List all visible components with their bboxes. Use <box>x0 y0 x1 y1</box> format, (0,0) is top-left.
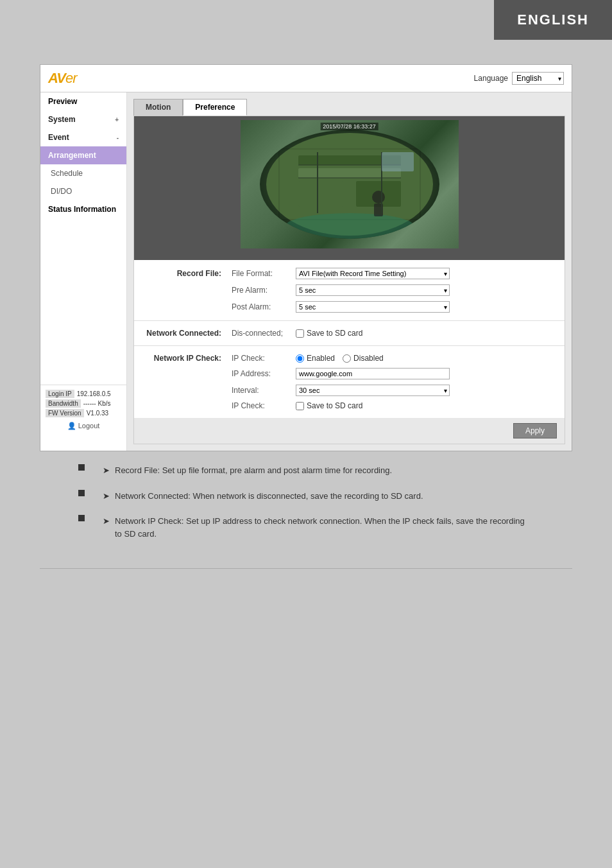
tab-motion[interactable]: Motion <box>133 99 183 116</box>
fisheye-overlay <box>260 130 439 239</box>
logo-text: AV <box>48 70 65 86</box>
sidebar-preview-label: Preview <box>48 97 77 106</box>
logout-button[interactable]: 👤 Logout <box>43 418 124 434</box>
file-format-row: Record File: File Format: AVI File(with … <box>142 265 557 282</box>
camera-image <box>241 120 459 248</box>
ip-check-row: Network IP Check: IP Check: Enabled <box>142 351 557 365</box>
tab-preference[interactable]: Preference <box>183 99 247 116</box>
file-format-value: AVI File(with Record Time Setting) AVI F… <box>296 268 557 279</box>
network-connected-section: Network Connected: Dis-connected; Save t… <box>134 321 565 346</box>
sidebar-event-arrow: - <box>117 134 119 141</box>
settings-panel: 2015/07/28 16:33:27 Record File: File Fo… <box>133 116 565 444</box>
save-to-sd-label: Save to SD card <box>307 329 362 338</box>
page-footer <box>40 568 572 579</box>
sidebar: Preview System + Event - Arrangement Sch… <box>40 92 127 451</box>
svg-rect-13 <box>382 152 414 171</box>
arrow-icon-1: ➤ <box>103 464 110 477</box>
interval-select[interactable]: 30 sec 1 min 5 min 10 min <box>296 385 450 396</box>
apply-row: Apply <box>134 418 565 444</box>
sidebar-arrangement-label: Arrangement <box>48 151 96 160</box>
apply-button[interactable]: Apply <box>513 423 557 438</box>
english-banner: ENGLISH <box>494 0 612 40</box>
fw-version-row: FW Version V1.0.33 <box>43 408 124 418</box>
sidebar-item-schedule[interactable]: Schedule <box>40 164 126 182</box>
interval-select-wrapper[interactable]: 30 sec 1 min 5 min 10 min <box>296 385 450 396</box>
ip-address-row: IP Address: <box>142 365 557 382</box>
pre-alarm-select[interactable]: 5 sec 10 sec 15 sec 30 sec <box>296 284 450 296</box>
svg-point-6 <box>285 213 414 239</box>
enabled-radio[interactable] <box>296 354 304 363</box>
disabled-label: Disabled <box>353 354 384 363</box>
sidebar-schedule-label: Schedule <box>51 169 83 178</box>
arrow-icon-2: ➤ <box>103 490 110 503</box>
fw-version-value: V1.0.33 <box>87 410 108 417</box>
pre-alarm-row: Pre Alarm: 5 sec 10 sec 15 sec 30 sec <box>142 282 557 299</box>
sidebar-item-arrangement[interactable]: Arrangement <box>40 146 126 164</box>
pre-alarm-label: Pre Alarm: <box>232 286 296 295</box>
network-status-label: Dis-connected; <box>232 329 296 338</box>
bandwidth-value: ------ Kb/s <box>83 400 111 407</box>
doc-bullet-1: ➤ Record File: Set up file format, pre a… <box>78 464 534 480</box>
sidebar-item-status-information[interactable]: Status Information <box>40 200 126 218</box>
ip-check-sd-checkbox[interactable] <box>296 402 304 410</box>
ip-check2-row: IP Check: Save to SD card <box>142 399 557 413</box>
pre-alarm-select-wrapper[interactable]: 5 sec 10 sec 15 sec 30 sec <box>296 284 450 296</box>
interval-label: Interval: <box>232 386 296 395</box>
arrow-icon-3: ➤ <box>103 515 110 528</box>
tabs: Motion Preference <box>133 99 565 116</box>
sidebar-item-system[interactable]: System + <box>40 110 126 128</box>
file-format-select-wrapper[interactable]: AVI File(with Record Time Setting) AVI F… <box>296 268 450 279</box>
sidebar-item-dido[interactable]: DI/DO <box>40 182 126 200</box>
doc-sub-1: ➤ Record File: Set up file format, pre a… <box>90 464 534 477</box>
network-connected-row: Network Connected: Dis-connected; Save t… <box>142 326 557 340</box>
sidebar-item-event[interactable]: Event - <box>40 128 126 146</box>
fw-version-label: FW Version <box>46 409 84 417</box>
ip-check-radio-group: Enabled Disabled <box>296 354 384 363</box>
sidebar-bottom: Login IP 192.168.0.5 Bandwidth ------ Kb… <box>40 385 126 438</box>
login-ip-label: Login IP <box>46 390 74 398</box>
network-connected-title: Network Connected: <box>142 329 232 338</box>
network-ip-check-title: Network IP Check: <box>142 354 232 363</box>
svg-point-7 <box>372 191 385 204</box>
doc-text-2: Network Connected: When network is disco… <box>115 490 423 503</box>
bandwidth-row: Bandwidth ------ Kb/s <box>43 399 124 408</box>
camera-timestamp: 2015/07/28 16:33:27 <box>320 123 378 130</box>
doc-section-1: ➤ Record File: Set up file format, pre a… <box>78 464 534 480</box>
sidebar-dido-label: DI/DO <box>51 187 72 196</box>
record-file-section: Record File: File Format: AVI File(with … <box>134 260 565 321</box>
post-alarm-select-wrapper[interactable]: 5 sec 10 sec 15 sec 30 sec <box>296 301 450 313</box>
post-alarm-label: Post Alarm: <box>232 302 296 311</box>
bullet-square-2 <box>78 490 85 496</box>
post-alarm-row: Post Alarm: 5 sec 10 sec 15 sec 30 sec <box>142 299 557 315</box>
bullet-square-3 <box>78 515 85 521</box>
doc-bullet-3: ➤ Network IP Check: Set up IP address to… <box>78 515 534 542</box>
file-format-select[interactable]: AVI File(with Record Time Setting) AVI F… <box>296 268 450 279</box>
doc-text-3: Network IP Check: Set up IP address to c… <box>115 515 534 540</box>
main-panel: Motion Preference <box>127 92 572 451</box>
ip-address-input[interactable] <box>296 368 450 379</box>
post-alarm-select[interactable]: 5 sec 10 sec 15 sec 30 sec <box>296 301 450 313</box>
camera-preview: 2015/07/28 16:33:27 <box>241 120 459 248</box>
language-label: Language <box>474 74 508 83</box>
doc-content: ➤ Record File: Set up file format, pre a… <box>40 464 572 542</box>
disabled-radio[interactable] <box>343 354 351 363</box>
save-to-sd-checkbox[interactable] <box>296 329 304 338</box>
logout-label: Logout <box>78 422 100 430</box>
enabled-option: Enabled <box>296 354 335 363</box>
sidebar-system-label: System <box>48 115 76 124</box>
sidebar-item-preview[interactable]: Preview <box>40 92 126 110</box>
disabled-option: Disabled <box>343 354 384 363</box>
doc-sub-2: ➤ Network Connected: When network is dis… <box>90 490 534 503</box>
sidebar-system-arrow: + <box>115 116 119 123</box>
record-file-title: Record File: <box>142 269 232 278</box>
language-area: Language English Chinese Japanese Korean <box>474 72 564 85</box>
language-select-wrapper[interactable]: English Chinese Japanese Korean <box>512 72 564 85</box>
svg-rect-4 <box>298 181 343 207</box>
ip-check-sd-checkbox-field: Save to SD card <box>296 401 362 410</box>
sidebar-event-label: Event <box>48 133 69 142</box>
save-to-sd-checkbox-field: Save to SD card <box>296 329 362 338</box>
sidebar-status-label: Status Information <box>48 205 116 214</box>
logo: AVer <box>48 70 77 87</box>
language-select[interactable]: English Chinese Japanese Korean <box>512 72 564 85</box>
ip-check-sd-label: Save to SD card <box>307 401 362 410</box>
